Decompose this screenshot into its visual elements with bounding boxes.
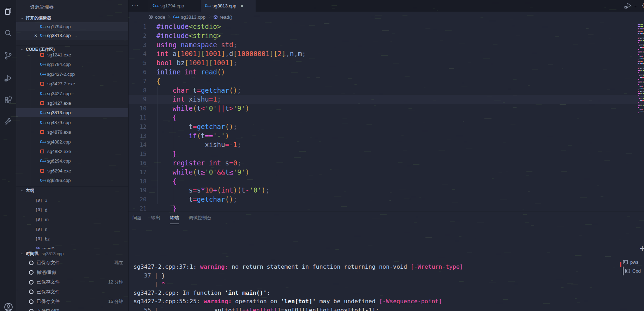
- code-token: t: [225, 104, 229, 112]
- code-token: inline: [156, 68, 181, 76]
- file-row[interactable]: C++sg4879.cpp: [16, 118, 128, 127]
- outline-row[interactable]: [Ø]bz: [16, 234, 128, 243]
- breadcrumb-separator: [205, 14, 213, 20]
- code-token: ,: [294, 50, 298, 57]
- file-row[interactable]: sg4879.exe: [16, 128, 128, 136]
- breadcrumb-item[interactable]: C++sg3813.cpp: [173, 14, 205, 20]
- minimap[interactable]: [638, 24, 644, 114]
- file-row[interactable]: C++sg6296.cpp: [16, 176, 128, 185]
- file-row[interactable]: C++sg4882.cpp: [16, 138, 128, 146]
- file-row[interactable]: C++sg1794.cpp: [16, 60, 128, 69]
- tab-close-icon[interactable]: ×: [240, 3, 243, 9]
- line-number: 17: [128, 168, 147, 177]
- run-dropdown-button[interactable]: [633, 4, 638, 10]
- panel-tab[interactable]: 调试控制台: [189, 215, 211, 224]
- activity-explorer[interactable]: [0, 3, 16, 20]
- timeline-row[interactable]: 已保存文件现在: [16, 258, 128, 267]
- file-label: sg3427-2.exe: [47, 81, 75, 86]
- section-outline[interactable]: 大纲: [16, 186, 128, 195]
- activity-extensions[interactable]: [0, 92, 16, 109]
- file-row[interactable]: C++sg6294.cpp: [16, 157, 128, 165]
- timeline-row[interactable]: 文件已创建: [16, 307, 128, 311]
- outline-row[interactable]: [Ø]m: [16, 215, 128, 224]
- code-token: [: [201, 50, 205, 57]
- file-row[interactable]: C++sg3813.cpp: [16, 108, 128, 117]
- activity-tools[interactable]: [0, 114, 16, 130]
- cpp-file-icon: C++: [153, 4, 160, 8]
- minimap-line: [638, 84, 644, 85]
- minimap-line: [638, 112, 644, 113]
- code-token: int: [156, 50, 168, 57]
- tab-bar: ··· C++sg1794.cppC++sg3813.cpp× {}: [128, 0, 644, 12]
- activity-search[interactable]: [0, 25, 16, 42]
- code-token: ]: [221, 50, 225, 57]
- section-label: 大纲: [26, 188, 34, 194]
- code-line: int xishu=1;: [156, 95, 221, 104]
- panel-tab[interactable]: 输出: [151, 215, 160, 224]
- terminal-output[interactable]: sg3427-2.cpp:37:1: warning: no return st…: [133, 263, 463, 311]
- editor-tab[interactable]: C++sg3813.cpp×: [201, 0, 256, 12]
- code-token: 10000001: [237, 50, 270, 57]
- section-timeline[interactable]: 时间线 sg3813.cpp: [16, 249, 128, 258]
- code-token: while: [173, 168, 193, 176]
- code-token: >: [229, 104, 233, 112]
- clipped-editor-action-icon[interactable]: {}: [642, 2, 644, 8]
- open-editor-row[interactable]: ×C++sg3813.cpp: [16, 31, 128, 40]
- section-workspace[interactable]: CODE (工作区): [16, 45, 128, 53]
- outline-row[interactable]: [Ø]n: [16, 225, 128, 234]
- more-actions-button[interactable]: ···: [132, 2, 139, 8]
- breadcrumb-item[interactable]: code: [148, 14, 165, 20]
- panel-tab[interactable]: 问题: [132, 215, 142, 224]
- timeline-row[interactable]: 撤消/重做: [16, 268, 128, 277]
- terminal-line: 37 | }: [133, 272, 463, 280]
- file-row[interactable]: C++sg3427.cpp: [16, 89, 128, 98]
- section-open-editors[interactable]: 打开的编辑器: [16, 14, 128, 22]
- panel-tab[interactable]: 终端: [170, 215, 179, 224]
- run-or-debug-button[interactable]: [624, 1, 632, 11]
- code-editor[interactable]: 123456789101112131415161718192021 #inclu…: [128, 22, 644, 212]
- file-label: sg1794.cpp: [47, 24, 71, 29]
- file-label: sg4879.cpp: [47, 120, 71, 125]
- editor-tab[interactable]: C++sg1794.cpp: [148, 0, 201, 12]
- terminal-list-item[interactable]: Cod: [623, 267, 644, 275]
- code-token: [: [233, 50, 237, 57]
- terminal-token: [-Wreturn-type]: [411, 263, 463, 270]
- code-token: ,: [286, 50, 290, 57]
- section-label: 打开的编辑器: [26, 15, 51, 21]
- breadcrumb-item[interactable]: read(): [213, 14, 232, 20]
- minimap-line: [638, 45, 644, 46]
- timeline-row[interactable]: 已保存文件12 分钟: [16, 278, 128, 287]
- chevron-right-icon: [167, 14, 171, 19]
- terminal-list-item[interactable]: pws: [623, 258, 644, 267]
- cpp-file-icon: C++: [40, 159, 47, 163]
- minimap-line: [638, 44, 644, 44]
- activity-source-control[interactable]: [0, 47, 16, 64]
- file-row[interactable]: C++sg3427-2.cpp: [16, 70, 128, 79]
- file-row[interactable]: sg3427.exe: [16, 99, 128, 108]
- minimap-line: [638, 33, 644, 34]
- close-icon[interactable]: ×: [33, 33, 38, 38]
- code-token: +: [213, 186, 217, 194]
- file-row[interactable]: sg4882.exe: [16, 147, 128, 156]
- file-label: sg4882.cpp: [47, 139, 71, 145]
- minimap-line: [638, 109, 644, 110]
- code-token: {: [156, 77, 160, 85]
- debug-run-icon: [624, 1, 632, 10]
- timeline-row[interactable]: 已保存文件15 分钟: [16, 297, 128, 306]
- new-terminal-button[interactable]: +: [638, 244, 644, 253]
- breadcrumb-label: code: [155, 14, 165, 20]
- file-row[interactable]: sg6294.exe: [16, 166, 128, 175]
- code-token: '-': [213, 132, 225, 140]
- terminal-token: operation on: [232, 298, 281, 305]
- outline-row[interactable]: [Ø]d: [16, 206, 128, 214]
- cpp-file-icon: C++: [173, 15, 181, 19]
- code-token: t: [225, 168, 229, 176]
- open-editor-row[interactable]: C++sg1794.cpp: [16, 22, 128, 31]
- timeline-row[interactable]: 已保存文件: [16, 287, 128, 296]
- activity-run-debug[interactable]: [0, 70, 16, 87]
- account-button[interactable]: [3, 302, 14, 311]
- outline-row[interactable]: [Ø]a: [16, 196, 128, 205]
- breadcrumb-separator: [165, 14, 173, 20]
- breadcrumb-label: sg3813.cpp: [181, 14, 205, 20]
- file-row[interactable]: sg3427-2.exe: [16, 79, 128, 88]
